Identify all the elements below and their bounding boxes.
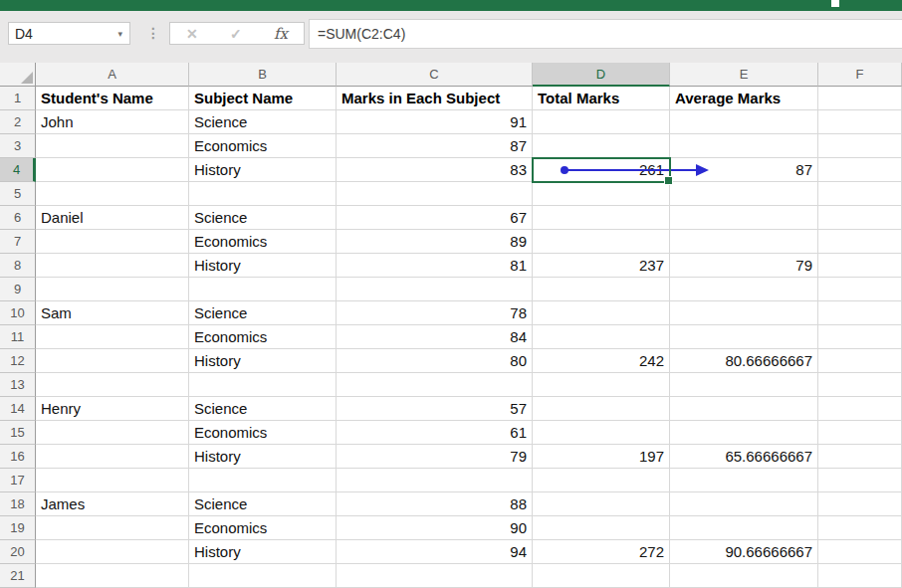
cell-A21[interactable]: [36, 564, 189, 588]
cell-A3[interactable]: [36, 134, 189, 158]
fill-handle[interactable]: [664, 176, 673, 185]
cell-E6[interactable]: [670, 206, 818, 230]
cell-E7[interactable]: [670, 230, 818, 254]
cell-D12[interactable]: 242: [533, 349, 670, 373]
cell-B20[interactable]: History: [189, 540, 337, 564]
cell-F18[interactable]: [818, 492, 902, 516]
cell-A7[interactable]: [36, 230, 189, 254]
cell-C7[interactable]: 89: [337, 230, 533, 254]
cell-E16[interactable]: 65.66666667: [670, 445, 818, 469]
cell-D21[interactable]: [533, 564, 670, 588]
cell-D8[interactable]: 237: [533, 254, 670, 278]
cell-E21[interactable]: [670, 564, 818, 588]
row-header-10[interactable]: 10: [0, 301, 36, 325]
cell-D11[interactable]: [533, 325, 670, 349]
cell-A9[interactable]: [36, 278, 189, 301]
cell-C11[interactable]: 84: [337, 325, 533, 349]
cell-B9[interactable]: [189, 278, 337, 301]
cell-F5[interactable]: [818, 182, 902, 206]
cell-F12[interactable]: [818, 349, 902, 373]
row-header-9[interactable]: 9: [0, 278, 36, 301]
cell-D1[interactable]: Total Marks: [533, 87, 670, 110]
cell-D2[interactable]: [533, 110, 670, 134]
cell-A1[interactable]: Student's Name: [36, 87, 189, 110]
cell-B11[interactable]: Economics: [189, 325, 337, 349]
cell-F20[interactable]: [818, 540, 902, 564]
cell-B18[interactable]: Science: [189, 492, 337, 516]
name-box[interactable]: D4 ▾: [8, 22, 130, 45]
row-header-12[interactable]: 12: [0, 349, 36, 373]
cell-B1[interactable]: Subject Name: [189, 87, 337, 110]
row-header-16[interactable]: 16: [0, 445, 36, 469]
column-header-C[interactable]: C: [337, 63, 533, 87]
cell-C3[interactable]: 87: [337, 134, 533, 158]
cell-C4[interactable]: 83: [337, 158, 533, 182]
cell-C12[interactable]: 80: [337, 349, 533, 373]
cell-D18[interactable]: [533, 492, 670, 516]
cell-B4[interactable]: History: [189, 158, 337, 182]
cell-F17[interactable]: [818, 469, 902, 492]
cell-E19[interactable]: [670, 516, 818, 540]
cell-C14[interactable]: 57: [337, 397, 533, 421]
cell-F13[interactable]: [818, 373, 902, 397]
cell-D20[interactable]: 272: [533, 540, 670, 564]
row-header-3[interactable]: 3: [0, 134, 36, 158]
cell-E15[interactable]: [670, 421, 818, 445]
column-header-F[interactable]: F: [818, 63, 902, 87]
cell-C15[interactable]: 61: [337, 421, 533, 445]
cell-C2[interactable]: 91: [337, 110, 533, 134]
cell-C1[interactable]: Marks in Each Subject: [337, 87, 533, 110]
cell-A11[interactable]: [36, 325, 189, 349]
row-header-5[interactable]: 5: [0, 182, 36, 206]
cell-B3[interactable]: Economics: [189, 134, 337, 158]
cell-B21[interactable]: [189, 564, 337, 588]
column-header-D[interactable]: D: [533, 63, 670, 87]
cell-B5[interactable]: [189, 182, 337, 206]
chevron-down-icon[interactable]: ▾: [117, 29, 129, 39]
row-header-8[interactable]: 8: [0, 254, 36, 278]
cell-E1[interactable]: Average Marks: [670, 87, 818, 110]
column-header-A[interactable]: A: [36, 63, 189, 87]
cell-E9[interactable]: [670, 278, 818, 301]
cell-C10[interactable]: 78: [337, 301, 533, 325]
cell-A17[interactable]: [36, 469, 189, 492]
cell-E18[interactable]: [670, 492, 818, 516]
cell-D16[interactable]: 197: [533, 445, 670, 469]
cell-B6[interactable]: Science: [189, 206, 337, 230]
cell-A14[interactable]: Henry: [36, 397, 189, 421]
cell-F7[interactable]: [818, 230, 902, 254]
cell-A10[interactable]: Sam: [36, 301, 189, 325]
cell-D17[interactable]: [533, 469, 670, 492]
cell-D10[interactable]: [533, 301, 670, 325]
row-header-21[interactable]: 21: [0, 564, 36, 588]
cell-F8[interactable]: [818, 254, 902, 278]
cell-B16[interactable]: History: [189, 445, 337, 469]
cell-F16[interactable]: [818, 445, 902, 469]
row-header-7[interactable]: 7: [0, 230, 36, 254]
cell-E5[interactable]: [670, 182, 818, 206]
select-all-corner[interactable]: [0, 63, 36, 87]
row-header-14[interactable]: 14: [0, 397, 36, 421]
cell-F2[interactable]: [818, 110, 902, 134]
cell-C13[interactable]: [337, 373, 533, 397]
cell-A12[interactable]: [36, 349, 189, 373]
cancel-icon[interactable]: ✕: [186, 26, 198, 42]
cell-A20[interactable]: [36, 540, 189, 564]
row-header-15[interactable]: 15: [0, 421, 36, 445]
cell-E14[interactable]: [670, 397, 818, 421]
cell-B12[interactable]: History: [189, 349, 337, 373]
cell-E17[interactable]: [670, 469, 818, 492]
enter-icon[interactable]: ✓: [230, 26, 242, 42]
cell-E13[interactable]: [670, 373, 818, 397]
row-header-1[interactable]: 1: [0, 87, 36, 110]
row-header-13[interactable]: 13: [0, 373, 36, 397]
cell-A6[interactable]: Daniel: [36, 206, 189, 230]
cell-B15[interactable]: Economics: [189, 421, 337, 445]
cell-E20[interactable]: 90.66666667: [670, 540, 818, 564]
cell-F3[interactable]: [818, 134, 902, 158]
cell-D9[interactable]: [533, 278, 670, 301]
insert-function-icon[interactable]: fx: [274, 25, 288, 43]
cell-F10[interactable]: [818, 301, 902, 325]
cell-D19[interactable]: [533, 516, 670, 540]
cell-F4[interactable]: [818, 158, 902, 182]
